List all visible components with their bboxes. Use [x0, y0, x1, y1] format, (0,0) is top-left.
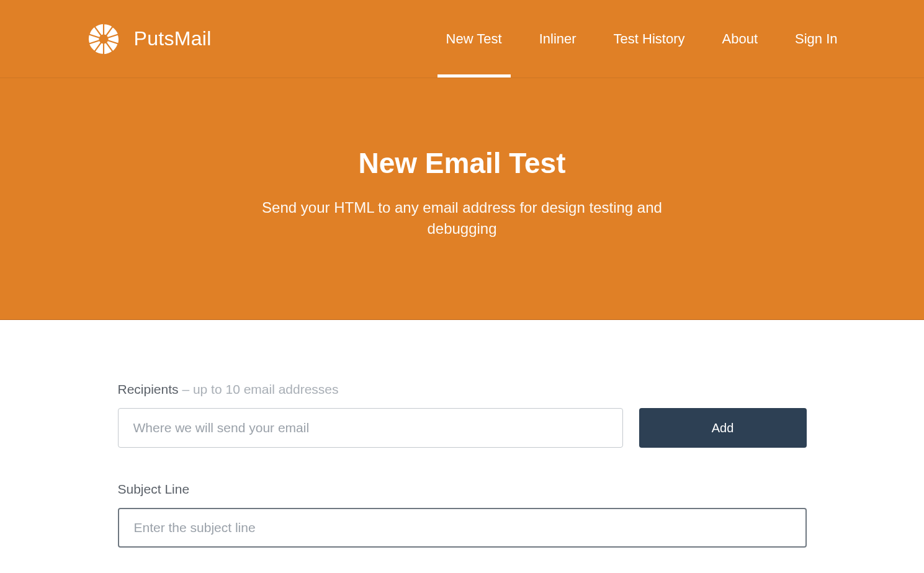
hero-subtitle: Send your HTML to any email address for … [245, 197, 680, 239]
nav-inliner[interactable]: Inliner [539, 0, 576, 78]
subject-input[interactable] [118, 508, 807, 548]
nav: New Test Inliner Test History About Sign… [446, 0, 838, 78]
nav-about[interactable]: About [722, 0, 758, 78]
nav-sign-in[interactable]: Sign In [795, 0, 838, 78]
nav-new-test[interactable]: New Test [446, 0, 502, 78]
brand-name: PutsMail [134, 27, 212, 50]
logo-icon [87, 22, 120, 56]
recipients-field: Recipients – up to 10 email addresses Ad… [118, 382, 807, 448]
recipient-input[interactable] [118, 408, 623, 448]
recipients-row: Add [118, 408, 807, 448]
recipients-label-text: Recipients [118, 382, 179, 396]
header-inner: PutsMail New Test Inliner Test History A… [74, 0, 850, 78]
add-button[interactable]: Add [639, 408, 807, 448]
hero-title: New Email Test [12, 146, 912, 180]
recipients-hint: – up to 10 email addresses [179, 382, 339, 396]
header: PutsMail New Test Inliner Test History A… [0, 0, 924, 78]
subject-label-text: Subject Line [118, 482, 190, 496]
brand[interactable]: PutsMail [87, 22, 212, 56]
nav-test-history[interactable]: Test History [614, 0, 685, 78]
subject-label: Subject Line [118, 482, 807, 497]
hero: New Email Test Send your HTML to any ema… [0, 78, 924, 320]
subject-field: Subject Line [118, 482, 807, 548]
svg-point-10 [99, 34, 108, 43]
recipients-label: Recipients – up to 10 email addresses [118, 382, 807, 397]
form-section: Recipients – up to 10 email addresses Ad… [105, 320, 819, 573]
